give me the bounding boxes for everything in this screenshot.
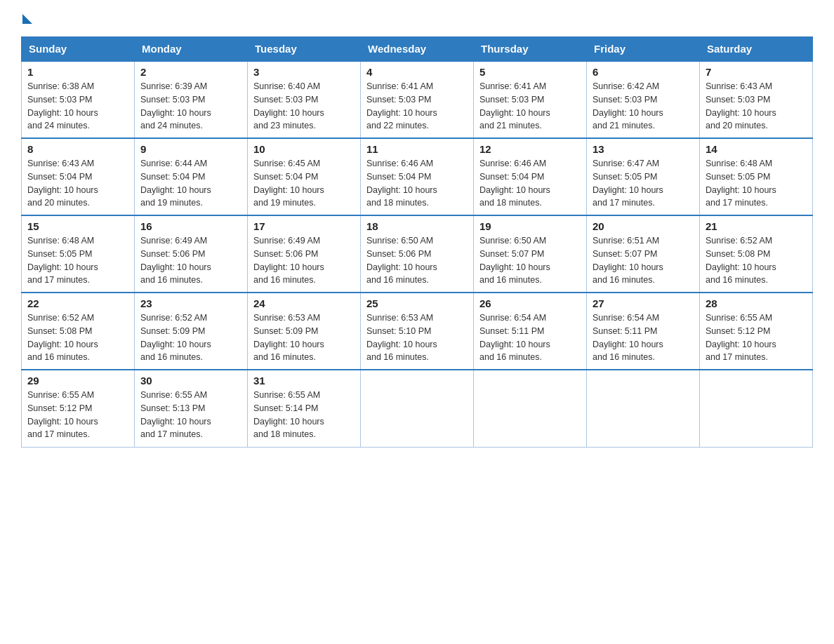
calendar-header-row: SundayMondayTuesdayWednesdayThursdayFrid…: [22, 37, 813, 62]
day-info: Sunrise: 6:54 AMSunset: 5:11 PMDaylight:…: [479, 313, 550, 362]
day-number: 24: [253, 297, 355, 309]
day-number: 7: [706, 66, 807, 78]
calendar-cell: 2 Sunrise: 6:39 AMSunset: 5:03 PMDayligh…: [135, 61, 248, 138]
day-info: Sunrise: 6:43 AMSunset: 5:04 PMDaylight:…: [27, 159, 98, 208]
day-number: 9: [140, 143, 241, 155]
calendar-cell: 12 Sunrise: 6:46 AMSunset: 5:04 PMDaylig…: [474, 138, 587, 215]
day-info: Sunrise: 6:41 AMSunset: 5:03 PMDaylight:…: [366, 81, 437, 130]
day-number: 10: [253, 143, 355, 155]
day-info: Sunrise: 6:55 AMSunset: 5:14 PMDaylight:…: [253, 390, 324, 439]
day-info: Sunrise: 6:45 AMSunset: 5:04 PMDaylight:…: [253, 159, 324, 208]
day-info: Sunrise: 6:51 AMSunset: 5:07 PMDaylight:…: [593, 236, 663, 285]
day-number: 22: [27, 297, 128, 309]
calendar-cell: 5 Sunrise: 6:41 AMSunset: 5:03 PMDayligh…: [474, 61, 587, 138]
day-number: 19: [479, 220, 581, 232]
header-thursday: Thursday: [474, 37, 587, 62]
logo-triangle-icon: [22, 14, 32, 24]
day-number: 6: [593, 66, 694, 78]
day-number: 25: [366, 297, 468, 309]
logo: [21, 14, 32, 22]
day-info: Sunrise: 6:44 AMSunset: 5:04 PMDaylight:…: [140, 159, 211, 208]
calendar-week-row: 15 Sunrise: 6:48 AMSunset: 5:05 PMDaylig…: [22, 215, 813, 293]
calendar-cell: 14 Sunrise: 6:48 AMSunset: 5:05 PMDaylig…: [700, 138, 813, 215]
calendar-week-row: 8 Sunrise: 6:43 AMSunset: 5:04 PMDayligh…: [22, 138, 813, 215]
calendar-cell: 7 Sunrise: 6:43 AMSunset: 5:03 PMDayligh…: [700, 61, 813, 138]
calendar-cell: 13 Sunrise: 6:47 AMSunset: 5:05 PMDaylig…: [587, 138, 700, 215]
day-number: 8: [27, 143, 128, 155]
day-info: Sunrise: 6:50 AMSunset: 5:07 PMDaylight:…: [479, 236, 550, 285]
header-sunday: Sunday: [22, 37, 135, 62]
calendar-cell: 30 Sunrise: 6:55 AMSunset: 5:13 PMDaylig…: [135, 370, 248, 447]
day-number: 18: [366, 220, 468, 232]
page-header: [21, 14, 813, 22]
header-tuesday: Tuesday: [248, 37, 361, 62]
day-info: Sunrise: 6:42 AMSunset: 5:03 PMDaylight:…: [593, 81, 663, 130]
calendar-cell: 9 Sunrise: 6:44 AMSunset: 5:04 PMDayligh…: [135, 138, 248, 215]
calendar-week-row: 22 Sunrise: 6:52 AMSunset: 5:08 PMDaylig…: [22, 293, 813, 370]
day-number: 26: [479, 297, 581, 309]
day-info: Sunrise: 6:48 AMSunset: 5:05 PMDaylight:…: [27, 236, 98, 285]
calendar-week-row: 1 Sunrise: 6:38 AMSunset: 5:03 PMDayligh…: [22, 61, 813, 138]
day-info: Sunrise: 6:49 AMSunset: 5:06 PMDaylight:…: [253, 236, 324, 285]
calendar-cell: 6 Sunrise: 6:42 AMSunset: 5:03 PMDayligh…: [587, 61, 700, 138]
header-saturday: Saturday: [700, 37, 813, 62]
calendar-cell: 16 Sunrise: 6:49 AMSunset: 5:06 PMDaylig…: [135, 215, 248, 293]
day-number: 29: [27, 375, 128, 387]
day-info: Sunrise: 6:55 AMSunset: 5:12 PMDaylight:…: [27, 390, 98, 439]
header-friday: Friday: [587, 37, 700, 62]
calendar-cell: 10 Sunrise: 6:45 AMSunset: 5:04 PMDaylig…: [248, 138, 361, 215]
day-info: Sunrise: 6:55 AMSunset: 5:13 PMDaylight:…: [140, 390, 211, 439]
header-monday: Monday: [135, 37, 248, 62]
calendar-cell: [587, 370, 700, 447]
day-number: 27: [593, 297, 694, 309]
calendar-cell: [361, 370, 474, 447]
day-info: Sunrise: 6:49 AMSunset: 5:06 PMDaylight:…: [140, 236, 211, 285]
day-info: Sunrise: 6:52 AMSunset: 5:08 PMDaylight:…: [27, 313, 98, 362]
day-number: 17: [253, 220, 355, 232]
day-info: Sunrise: 6:39 AMSunset: 5:03 PMDaylight:…: [140, 81, 211, 130]
calendar-table: SundayMondayTuesdayWednesdayThursdayFrid…: [21, 36, 813, 448]
day-number: 2: [140, 66, 241, 78]
day-info: Sunrise: 6:41 AMSunset: 5:03 PMDaylight:…: [479, 81, 550, 130]
calendar-cell: 24 Sunrise: 6:53 AMSunset: 5:09 PMDaylig…: [248, 293, 361, 370]
calendar-cell: 29 Sunrise: 6:55 AMSunset: 5:12 PMDaylig…: [22, 370, 135, 447]
day-number: 31: [253, 375, 355, 387]
calendar-cell: 3 Sunrise: 6:40 AMSunset: 5:03 PMDayligh…: [248, 61, 361, 138]
day-number: 23: [140, 297, 241, 309]
calendar-cell: [474, 370, 587, 447]
calendar-cell: [700, 370, 813, 447]
day-number: 21: [706, 220, 807, 232]
calendar-cell: 4 Sunrise: 6:41 AMSunset: 5:03 PMDayligh…: [361, 61, 474, 138]
day-number: 1: [27, 66, 128, 78]
day-number: 30: [140, 375, 241, 387]
calendar-cell: 25 Sunrise: 6:53 AMSunset: 5:10 PMDaylig…: [361, 293, 474, 370]
day-info: Sunrise: 6:52 AMSunset: 5:09 PMDaylight:…: [140, 313, 211, 362]
day-info: Sunrise: 6:53 AMSunset: 5:09 PMDaylight:…: [253, 313, 324, 362]
day-info: Sunrise: 6:48 AMSunset: 5:05 PMDaylight:…: [706, 159, 776, 208]
day-info: Sunrise: 6:38 AMSunset: 5:03 PMDaylight:…: [27, 81, 98, 130]
day-info: Sunrise: 6:40 AMSunset: 5:03 PMDaylight:…: [253, 81, 324, 130]
day-info: Sunrise: 6:50 AMSunset: 5:06 PMDaylight:…: [366, 236, 437, 285]
calendar-cell: 19 Sunrise: 6:50 AMSunset: 5:07 PMDaylig…: [474, 215, 587, 293]
calendar-cell: 21 Sunrise: 6:52 AMSunset: 5:08 PMDaylig…: [700, 215, 813, 293]
day-number: 12: [479, 143, 581, 155]
day-info: Sunrise: 6:43 AMSunset: 5:03 PMDaylight:…: [706, 81, 776, 130]
calendar-cell: 15 Sunrise: 6:48 AMSunset: 5:05 PMDaylig…: [22, 215, 135, 293]
day-number: 20: [593, 220, 694, 232]
day-number: 5: [479, 66, 581, 78]
day-number: 28: [706, 297, 807, 309]
calendar-week-row: 29 Sunrise: 6:55 AMSunset: 5:12 PMDaylig…: [22, 370, 813, 447]
calendar-cell: 8 Sunrise: 6:43 AMSunset: 5:04 PMDayligh…: [22, 138, 135, 215]
day-number: 4: [366, 66, 468, 78]
calendar-cell: 17 Sunrise: 6:49 AMSunset: 5:06 PMDaylig…: [248, 215, 361, 293]
day-number: 15: [27, 220, 128, 232]
calendar-cell: 11 Sunrise: 6:46 AMSunset: 5:04 PMDaylig…: [361, 138, 474, 215]
day-number: 11: [366, 143, 468, 155]
day-number: 13: [593, 143, 694, 155]
day-info: Sunrise: 6:52 AMSunset: 5:08 PMDaylight:…: [706, 236, 776, 285]
calendar-cell: 20 Sunrise: 6:51 AMSunset: 5:07 PMDaylig…: [587, 215, 700, 293]
calendar-cell: 1 Sunrise: 6:38 AMSunset: 5:03 PMDayligh…: [22, 61, 135, 138]
calendar-cell: 27 Sunrise: 6:54 AMSunset: 5:11 PMDaylig…: [587, 293, 700, 370]
day-info: Sunrise: 6:54 AMSunset: 5:11 PMDaylight:…: [593, 313, 663, 362]
day-info: Sunrise: 6:47 AMSunset: 5:05 PMDaylight:…: [593, 159, 663, 208]
